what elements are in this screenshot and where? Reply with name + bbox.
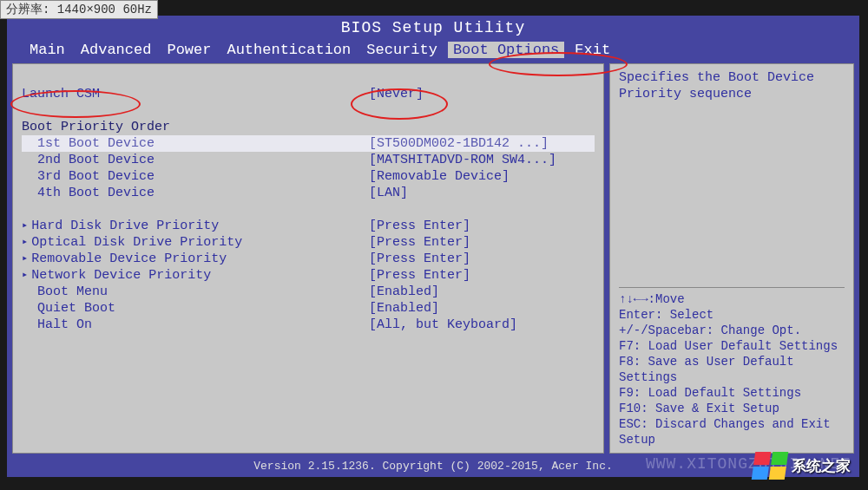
boot-device-3-label: 3rd Boot Device <box>22 168 369 185</box>
hdd-priority[interactable]: Hard Disk Drive Priority [Press Enter] <box>22 218 595 234</box>
boot-menu-value[interactable]: [Enabled] <box>369 284 595 300</box>
optical-priority[interactable]: Optical Disk Drive Priority [Press Enter… <box>22 234 595 251</box>
menu-main[interactable]: Main <box>24 42 70 58</box>
logo-text: 系统之家 <box>792 456 851 476</box>
menu-power[interactable]: Power <box>161 42 216 58</box>
boot-device-1[interactable]: 1st Boot Device [ST500DM002-1BD142 ...] <box>22 135 595 152</box>
key-change: +/-/Spacebar: Change Opt. <box>619 323 845 338</box>
quiet-boot-value[interactable]: [Enabled] <box>369 300 595 317</box>
quiet-boot-label: Quiet Boot <box>22 300 369 317</box>
key-f8-cont: Settings <box>619 369 845 385</box>
boot-priority-header: Boot Priority Order <box>22 119 595 135</box>
bios-screen: BIOS Setup Utility Main Advanced Power A… <box>7 16 859 477</box>
launch-csm-value[interactable]: [Never] <box>369 86 595 102</box>
removable-priority-label: Removable Device Priority <box>22 251 369 267</box>
key-esc-cont: Setup <box>619 432 845 448</box>
optical-priority-value[interactable]: [Press Enter] <box>369 234 595 251</box>
launch-csm-row[interactable]: Launch CSM [Never] <box>22 86 595 102</box>
help-panel: Specifies the Boot Device Priority seque… <box>609 63 854 454</box>
boot-device-4[interactable]: 4th Boot Device [LAN] <box>22 185 595 201</box>
boot-device-4-value[interactable]: [LAN] <box>369 185 595 201</box>
boot-device-1-label: 1st Boot Device <box>22 135 369 152</box>
boot-device-4-label: 4th Boot Device <box>22 185 369 201</box>
network-priority[interactable]: Network Device Priority [Press Enter] <box>22 267 595 284</box>
boot-device-3[interactable]: 3rd Boot Device [Removable Device] <box>22 168 595 185</box>
hdd-priority-value[interactable]: [Press Enter] <box>369 218 595 234</box>
key-help: ↑↓←→:Move Enter: Select +/-/Spacebar: Ch… <box>619 287 845 448</box>
removable-priority[interactable]: Removable Device Priority [Press Enter] <box>22 251 595 267</box>
menu-security[interactable]: Security <box>361 42 443 58</box>
halt-on-value[interactable]: [All, but Keyboard] <box>369 317 595 333</box>
boot-device-1-value[interactable]: [ST500DM002-1BD142 ...] <box>369 135 595 152</box>
launch-csm-label: Launch CSM <box>22 86 369 102</box>
key-esc: ESC: Discard Changes and Exit <box>619 416 845 432</box>
network-priority-value[interactable]: [Press Enter] <box>369 267 595 284</box>
menu-boot-options[interactable]: Boot Options <box>448 42 564 58</box>
site-logo: 系统之家 <box>753 452 851 480</box>
menu-advanced[interactable]: Advanced <box>76 42 157 58</box>
menu-authentication[interactable]: Authentication <box>221 42 356 58</box>
windows-flag-icon <box>752 452 788 480</box>
boot-device-2-value[interactable]: [MATSHITADVD-ROM SW4...] <box>369 152 595 168</box>
boot-device-2-label: 2nd Boot Device <box>22 152 369 168</box>
monitor-resolution-label: 分辨率: 1440×900 60Hz <box>0 0 158 19</box>
key-f10: F10: Save & Exit Setup <box>619 401 845 416</box>
boot-device-2[interactable]: 2nd Boot Device [MATSHITADVD-ROM SW4...] <box>22 152 595 168</box>
help-description-1: Specifies the Boot Device <box>619 69 845 86</box>
removable-priority-value[interactable]: [Press Enter] <box>369 251 595 267</box>
menu-bar: Main Advanced Power Authentication Secur… <box>7 38 859 63</box>
key-select: Enter: Select <box>619 307 845 323</box>
key-f9: F9: Load Default Settings <box>619 385 845 401</box>
settings-panel: Launch CSM [Never] Boot Priority Order 1… <box>12 63 604 454</box>
hdd-priority-label: Hard Disk Drive Priority <box>22 218 369 234</box>
boot-menu-row[interactable]: Boot Menu [Enabled] <box>22 284 595 300</box>
help-description-2: Priority sequence <box>619 86 845 102</box>
halt-on-row[interactable]: Halt On [All, but Keyboard] <box>22 317 595 333</box>
halt-on-label: Halt On <box>22 317 369 333</box>
menu-exit[interactable]: Exit <box>569 42 615 58</box>
boot-menu-label: Boot Menu <box>22 284 369 300</box>
key-move: ↑↓←→:Move <box>619 291 845 307</box>
boot-device-3-value[interactable]: [Removable Device] <box>369 168 595 185</box>
quiet-boot-row[interactable]: Quiet Boot [Enabled] <box>22 300 595 317</box>
network-priority-label: Network Device Priority <box>22 267 369 284</box>
bios-footer: Version 2.15.1236. Copyright (C) 2002-20… <box>7 457 859 477</box>
key-f7: F7: Load User Default Settings <box>619 338 845 354</box>
optical-priority-label: Optical Disk Drive Priority <box>22 234 369 251</box>
key-f8: F8: Save as User Default <box>619 354 845 369</box>
